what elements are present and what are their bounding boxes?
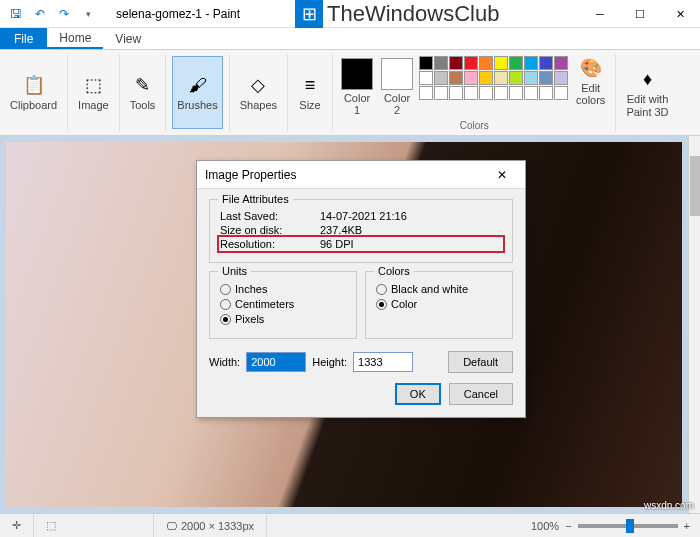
radio-icon: [220, 314, 231, 325]
cursor-icon: ✛: [12, 519, 21, 532]
size-group: ≡Size: [288, 54, 333, 131]
image-dimensions-cell: 🖵2000 × 1333px: [154, 514, 267, 537]
zoom-out-button[interactable]: −: [565, 520, 571, 532]
paint3d-icon: ♦: [635, 67, 659, 91]
window-title: selena-gomez-1 - Paint: [116, 7, 240, 21]
tools-group: ✎Tools: [120, 54, 167, 131]
home-tab[interactable]: Home: [47, 28, 103, 49]
close-button[interactable]: ✕: [660, 0, 700, 28]
color2-button[interactable]: Color 2: [379, 56, 415, 118]
colors-mode-group: Colors Black and white Color: [365, 271, 513, 339]
default-button[interactable]: Default: [448, 351, 513, 373]
zoom-controls: 100% − +: [521, 520, 700, 532]
color-swatch[interactable]: [479, 56, 493, 70]
file-tab[interactable]: File: [0, 28, 47, 49]
zoom-in-button[interactable]: +: [684, 520, 690, 532]
paint3d-button[interactable]: ♦Edit with Paint 3D: [622, 56, 672, 129]
qat-customize-icon[interactable]: ▾: [78, 4, 98, 24]
color-swatch[interactable]: [449, 56, 463, 70]
zoom-handle[interactable]: [626, 519, 634, 533]
color-swatch[interactable]: [434, 56, 448, 70]
colors-color-radio[interactable]: Color: [376, 298, 502, 310]
color-swatch[interactable]: [419, 86, 433, 100]
units-centimeters-radio[interactable]: Centimeters: [220, 298, 346, 310]
color-swatch[interactable]: [479, 86, 493, 100]
color-swatch[interactable]: [554, 71, 568, 85]
color-swatch[interactable]: [509, 86, 523, 100]
color-swatch[interactable]: [554, 56, 568, 70]
color1-swatch: [341, 58, 373, 90]
maximize-button[interactable]: ☐: [620, 0, 660, 28]
vertical-scrollbar[interactable]: [688, 136, 700, 513]
zoom-slider[interactable]: [578, 524, 678, 528]
color-swatch[interactable]: [524, 71, 538, 85]
color-swatch[interactable]: [524, 56, 538, 70]
pencil-icon: ✎: [131, 73, 155, 97]
quick-access-toolbar: 🖫 ↶ ↷ ▾: [0, 4, 104, 24]
image-group: ⬚Image: [68, 54, 120, 131]
resolution-row: Resolution:96 DPI: [220, 238, 502, 250]
height-input[interactable]: [353, 352, 413, 372]
cancel-button[interactable]: Cancel: [449, 383, 513, 405]
colors-bw-radio[interactable]: Black and white: [376, 283, 502, 295]
shapes-button[interactable]: ◇Shapes: [236, 56, 281, 129]
dialog-titlebar[interactable]: Image Properties ✕: [197, 161, 525, 189]
units-title: Units: [218, 265, 251, 277]
color-swatch[interactable]: [509, 71, 523, 85]
color-swatch[interactable]: [524, 86, 538, 100]
edit-colors-button[interactable]: 🎨Edit colors: [572, 56, 609, 106]
save-icon[interactable]: 🖫: [6, 4, 26, 24]
units-pixels-radio[interactable]: Pixels: [220, 313, 346, 325]
dialog-buttons: OK Cancel: [209, 383, 513, 405]
dialog-close-button[interactable]: ✕: [487, 168, 517, 182]
color-swatch[interactable]: [539, 56, 553, 70]
width-input[interactable]: [246, 352, 306, 372]
color-swatch[interactable]: [419, 71, 433, 85]
color-swatch[interactable]: [554, 86, 568, 100]
color-swatch[interactable]: [434, 71, 448, 85]
file-attributes-group: File Attributes Last Saved:14-07-2021 21…: [209, 199, 513, 263]
color2-swatch: [381, 58, 413, 90]
color-swatch[interactable]: [494, 86, 508, 100]
ok-button[interactable]: OK: [395, 383, 441, 405]
color-swatch[interactable]: [479, 71, 493, 85]
color-swatch[interactable]: [494, 56, 508, 70]
view-tab[interactable]: View: [103, 28, 153, 49]
shapes-group: ◇Shapes: [230, 54, 288, 131]
zoom-level: 100%: [531, 520, 559, 532]
file-attributes-title: File Attributes: [218, 193, 293, 205]
units-group: Units Inches Centimeters Pixels: [209, 271, 357, 339]
color-swatch[interactable]: [494, 71, 508, 85]
undo-icon[interactable]: ↶: [30, 4, 50, 24]
dialog-title: Image Properties: [205, 168, 296, 182]
color1-button[interactable]: Color 1: [339, 56, 375, 118]
color-swatch[interactable]: [464, 86, 478, 100]
clipboard-group: 📋Clipboard: [0, 54, 68, 131]
minimize-button[interactable]: ─: [580, 0, 620, 28]
source-watermark: wsxdn.com: [644, 500, 694, 511]
redo-icon[interactable]: ↷: [54, 4, 74, 24]
color-swatch[interactable]: [434, 86, 448, 100]
brush-icon: 🖌: [186, 73, 210, 97]
color-swatch[interactable]: [539, 71, 553, 85]
units-inches-radio[interactable]: Inches: [220, 283, 346, 295]
image-button[interactable]: ⬚Image: [74, 56, 113, 129]
size-button[interactable]: ≡Size: [294, 56, 326, 129]
shapes-icon: ◇: [246, 73, 270, 97]
watermark-logo-icon: ⊞: [295, 0, 323, 28]
color-swatch[interactable]: [509, 56, 523, 70]
color-swatch[interactable]: [419, 56, 433, 70]
size-on-disk-row: Size on disk:237.4KB: [220, 224, 502, 236]
brushes-group: 🖌Brushes: [166, 54, 229, 131]
color-swatch[interactable]: [539, 86, 553, 100]
scrollbar-thumb[interactable]: [690, 156, 700, 216]
brushes-button[interactable]: 🖌Brushes: [172, 56, 222, 129]
color-swatch[interactable]: [464, 56, 478, 70]
tools-button[interactable]: ✎Tools: [126, 56, 160, 129]
clipboard-button[interactable]: 📋Clipboard: [6, 56, 61, 129]
color-swatch[interactable]: [449, 71, 463, 85]
color-swatch[interactable]: [449, 86, 463, 100]
width-label: Width:: [209, 356, 240, 368]
title-bar: 🖫 ↶ ↷ ▾ selena-gomez-1 - Paint ⊞ TheWind…: [0, 0, 700, 28]
color-swatch[interactable]: [464, 71, 478, 85]
